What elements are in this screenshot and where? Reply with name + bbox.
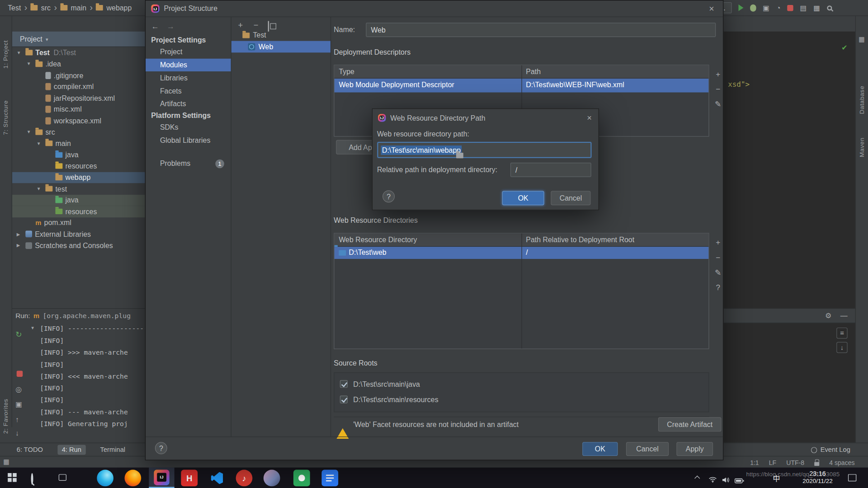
taskbar-avatar-icon[interactable] [264,470,280,487]
cancel-button[interactable]: Cancel [626,442,669,456]
nav-item-modules[interactable]: Modules [146,58,231,71]
breadcrumb-test[interactable]: Test [8,4,21,12]
nav-item-problems[interactable]: Problems 1 [146,157,231,170]
nav-item-libraries[interactable]: Libraries [146,71,231,84]
taskbar-intellij-active[interactable] [149,468,174,488]
scroll-to-end-icon[interactable]: ↓ [836,342,847,353]
taskbar-firefox-icon[interactable] [125,470,142,487]
expand-arrow-icon[interactable]: ▼ [27,61,36,66]
nav-item-artifacts[interactable]: Artifacts [146,98,231,111]
project-structure-button[interactable]: ▤ [800,4,807,12]
tool-stripe-database[interactable]: Database [859,64,865,114]
tree-item-external-libraries[interactable]: ▶ External Libraries [12,229,145,240]
taskbar-vscode-icon[interactable] [209,470,226,487]
battery-icon[interactable] [735,476,744,486]
help-button[interactable]: ? [382,190,395,202]
tool-stripe-project[interactable]: 1: Project [2,19,9,69]
tree-item-test-root[interactable]: ▼ Test D:\Test [12,47,145,58]
module-tree-root[interactable]: Test [231,29,330,41]
breadcrumb-webapp[interactable]: webapp [107,4,132,12]
project-panel-header[interactable]: Project ▾ [12,32,145,47]
notification-center-icon[interactable] [848,474,856,481]
search-everywhere-icon[interactable] [827,5,832,10]
taskbar-search-icon[interactable] [31,473,33,485]
taskbar-browser-icon[interactable] [97,470,113,487]
remove-icon[interactable]: − [254,20,259,30]
tab-terminal[interactable]: Terminal [100,446,126,454]
nav-item-project[interactable]: Project [146,45,231,58]
run-tab[interactable]: [org.apache.maven.plugins:m [42,312,131,320]
tab-run[interactable]: 4: Run [57,445,86,455]
layout-toggle-icon[interactable]: ▦ [3,458,9,466]
back-arrow-icon[interactable]: ← [151,22,159,31]
tree-item-test-resources[interactable]: resources [12,206,145,217]
tray-expand-icon[interactable] [694,476,700,481]
editor[interactable]: xsd"> ✔ [723,32,855,308]
tree-item-compiler-xml[interactable]: compiler.xml [12,81,145,92]
tool-window-icon[interactable]: ▦ [859,35,865,43]
eye-icon[interactable]: ◎ [15,385,22,393]
nav-item-sdks[interactable]: SDKs [146,121,231,134]
tree-item-test[interactable]: ▼ test [12,183,145,194]
dialog-title-bar[interactable]: Web Resource Directory Path × [373,109,599,127]
ok-button[interactable]: OK [582,442,618,456]
browse-folder-icon[interactable] [456,153,463,158]
edit-resource-icon[interactable]: ✎ [713,267,723,277]
dialog-close-icon[interactable]: × [587,113,592,122]
run-button[interactable] [738,5,743,11]
tool-stripe-maven[interactable]: Maven [859,118,865,157]
tree-item-src[interactable]: ▼ src [12,127,145,138]
relative-path-field[interactable]: / [510,163,591,177]
taskbar-red-app-icon[interactable]: H [181,470,198,487]
expand-arrow-icon[interactable]: ▼ [27,130,36,135]
add-descriptor-icon[interactable]: + [713,69,723,79]
tree-item-idea[interactable]: ▼ .idea [12,58,145,70]
add-resource-icon[interactable]: + [713,237,723,247]
layout-button[interactable]: ▦ [813,4,820,12]
start-button[interactable] [8,473,16,482]
nav-item-global-libraries[interactable]: Global Libraries [146,134,231,147]
tree-item-test-java[interactable]: java [12,194,145,206]
tree-item-gitignore[interactable]: .gitignore [12,70,145,81]
snapshot-icon[interactable]: ▣ [15,400,22,408]
task-view-icon[interactable] [59,474,66,481]
path-field[interactable]: D:\Test\src\main\webapp [377,142,591,158]
tree-item-scratches[interactable]: ▶ Scratches and Consoles [12,240,145,251]
rerun-icon[interactable]: ↻ [15,330,22,339]
checkbox-checked-icon[interactable] [340,380,348,388]
volume-icon[interactable] [722,475,730,485]
coverage-button[interactable]: ▣ [763,4,769,12]
tree-item-workspace-xml[interactable]: workspace.xml [12,115,145,127]
stop-icon[interactable] [17,371,23,376]
console-output[interactable]: [INFO] ---------------------------- [INF… [40,323,145,442]
create-artifact-button[interactable]: Create Artifact [658,417,722,432]
help-button[interactable]: ? [155,442,167,454]
remove-resource-icon[interactable]: − [713,252,723,262]
web-resource-directories-table[interactable]: Web Resource Directory Path Relative to … [334,233,709,349]
help-resource-icon[interactable]: ? [713,282,723,292]
tree-item-jarrepositories-xml[interactable]: jarRepositories.xml [12,92,145,103]
breadcrumb-src[interactable]: src [41,4,51,12]
breadcrumb-main[interactable]: main [71,4,87,12]
lock-icon[interactable] [814,462,819,466]
tree-item-misc-xml[interactable]: misc.xml [12,104,145,115]
ok-button[interactable]: OK [502,191,544,205]
cancel-button[interactable]: Cancel [551,191,590,205]
apply-button[interactable]: Apply [676,442,713,456]
stop-button[interactable] [787,5,793,10]
taskbar-green-app-icon[interactable] [293,470,310,487]
tool-stripe-structure[interactable]: 7: Structure [2,74,9,135]
event-log-label[interactable]: Event Log [821,446,850,454]
debug-button[interactable] [750,4,756,11]
dialog-close-icon[interactable]: × [709,4,714,14]
expand-arrow-icon[interactable]: ▼ [37,186,46,191]
tab-todo[interactable]: 6: TODO [17,446,43,454]
tree-item-main[interactable]: ▼ main [12,138,145,149]
caret-position[interactable]: 1:1 [750,459,759,466]
scroll-up-icon[interactable]: ↑ [15,416,19,424]
fold-arrow-icon[interactable]: ▼ [30,325,35,330]
tree-item-main-java[interactable]: java [12,149,145,160]
indent-setting[interactable]: 4 spaces [829,459,854,466]
dialog-title-bar[interactable]: Project Structure × [146,0,723,17]
tree-item-main-resources[interactable]: resources [12,160,145,172]
